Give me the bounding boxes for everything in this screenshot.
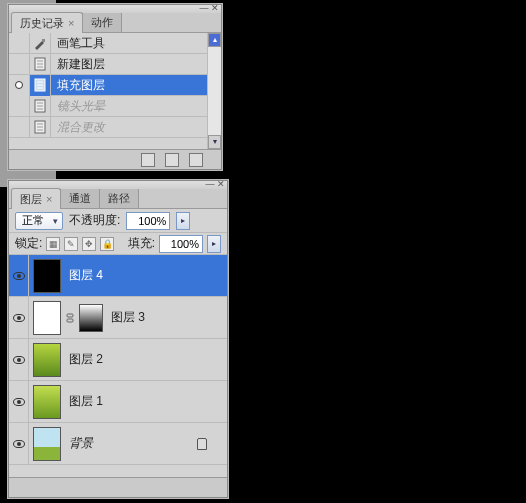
tab-history[interactable]: 历史记录× xyxy=(11,12,83,33)
fill-flyout-icon[interactable]: ▸ xyxy=(207,235,221,253)
lock-pixels-icon[interactable]: ✎ xyxy=(64,237,78,251)
layer-row[interactable]: 图层 4 xyxy=(9,255,227,297)
history-icon-slot xyxy=(30,33,51,54)
new-doc-icon[interactable] xyxy=(165,153,179,167)
history-item[interactable]: 填充图层 xyxy=(9,75,221,96)
close-icon[interactable]: × xyxy=(46,193,52,205)
visibility-toggle[interactable] xyxy=(9,339,29,381)
opacity-label: 不透明度: xyxy=(69,212,120,229)
history-item-label: 填充图层 xyxy=(51,77,105,94)
history-item-label: 画笔工具 xyxy=(51,35,105,52)
thumb-group xyxy=(29,385,65,419)
tab-layers[interactable]: 图层× xyxy=(11,188,61,209)
visibility-toggle[interactable] xyxy=(9,297,29,339)
link-icon[interactable] xyxy=(65,311,75,325)
layer-thumbnail[interactable] xyxy=(33,385,61,419)
thumb-group xyxy=(29,301,107,335)
layer-row[interactable]: 图层 2 xyxy=(9,339,227,381)
visibility-toggle[interactable] xyxy=(9,381,29,423)
thumb-group xyxy=(29,427,65,461)
history-item-label: 新建图层 xyxy=(51,56,105,73)
layer-row[interactable]: 背景 xyxy=(9,423,227,465)
layer-list: 图层 4图层 3图层 2图层 1背景 xyxy=(9,255,227,483)
history-list: 画笔工具新建图层填充图层镜头光晕混合更改 xyxy=(9,33,221,148)
lock-transparent-icon[interactable]: ▦ xyxy=(46,237,60,251)
doc-icon xyxy=(32,77,48,93)
opacity-input[interactable] xyxy=(126,212,170,230)
history-item-label: 混合更改 xyxy=(51,119,105,136)
layer-thumbnail[interactable] xyxy=(33,427,61,461)
scroll-down-icon[interactable]: ▾ xyxy=(208,135,221,149)
lock-all-icon[interactable]: 🔒 xyxy=(100,237,114,251)
eye-icon xyxy=(13,398,25,406)
layer-name-label[interactable]: 图层 2 xyxy=(65,351,103,368)
history-item[interactable]: 画笔工具 xyxy=(9,33,221,54)
opacity-flyout-icon[interactable]: ▸ xyxy=(176,212,190,230)
tab-label: 动作 xyxy=(91,16,113,28)
eye-icon xyxy=(13,272,25,280)
layers-panel: — ✕ 图层× 通道 路径 正常 不透明度: ▸ 锁定: ▦ ✎ ✥ 🔒 填充:… xyxy=(8,180,228,498)
tab-label: 通道 xyxy=(69,192,91,204)
fill-input[interactable] xyxy=(159,235,203,253)
history-cursor-icon xyxy=(15,81,23,89)
new-snapshot-icon[interactable] xyxy=(141,153,155,167)
tab-label: 图层 xyxy=(20,193,42,205)
history-icon-slot xyxy=(30,75,51,96)
layer-thumbnail[interactable] xyxy=(33,343,61,377)
lock-position-icon[interactable]: ✥ xyxy=(82,237,96,251)
history-marker-slot[interactable] xyxy=(9,117,30,138)
lock-label: 锁定: xyxy=(15,235,42,252)
history-item[interactable]: 镜头光晕 xyxy=(9,96,221,117)
layer-name-label[interactable]: 图层 1 xyxy=(65,393,103,410)
lock-fill-row: 锁定: ▦ ✎ ✥ 🔒 填充: ▸ xyxy=(9,233,227,255)
tab-actions[interactable]: 动作 xyxy=(82,11,122,32)
history-marker-slot[interactable] xyxy=(9,54,30,75)
scrollbar[interactable]: ▴ ▾ xyxy=(207,33,221,149)
minimize-icon[interactable]: — ✕ xyxy=(205,179,225,189)
history-marker-slot[interactable] xyxy=(9,75,30,96)
lock-icon xyxy=(197,438,207,450)
history-icon-slot xyxy=(30,117,51,138)
doc-icon xyxy=(32,119,48,135)
thumb-group xyxy=(29,259,65,293)
eye-icon xyxy=(13,356,25,364)
eye-icon xyxy=(13,314,25,322)
blend-mode-select[interactable]: 正常 xyxy=(15,212,63,230)
history-marker-slot[interactable] xyxy=(9,33,30,54)
layer-thumbnail[interactable] xyxy=(33,259,61,293)
layer-thumbnail[interactable] xyxy=(33,301,61,335)
history-item-label: 镜头光晕 xyxy=(51,98,105,115)
history-icon-slot xyxy=(30,54,51,75)
blend-opacity-row: 正常 不透明度: ▸ xyxy=(9,209,227,233)
history-item[interactable]: 混合更改 xyxy=(9,117,221,138)
minimize-icon[interactable]: — ✕ xyxy=(199,3,219,13)
svg-rect-18 xyxy=(67,319,73,322)
history-footer xyxy=(9,149,221,169)
mask-thumbnail[interactable] xyxy=(79,304,103,332)
layers-footer xyxy=(9,477,227,497)
layer-row[interactable]: 图层 3 xyxy=(9,297,227,339)
tab-paths[interactable]: 路径 xyxy=(99,187,139,208)
visibility-toggle[interactable] xyxy=(9,423,29,465)
visibility-toggle[interactable] xyxy=(9,255,29,297)
tab-label: 路径 xyxy=(108,192,130,204)
blend-mode-value: 正常 xyxy=(22,213,44,228)
thumb-group xyxy=(29,343,65,377)
layer-name-label[interactable]: 背景 xyxy=(65,435,93,452)
history-item[interactable]: 新建图层 xyxy=(9,54,221,75)
close-icon[interactable]: × xyxy=(68,17,74,29)
layers-tabs: 图层× 通道 路径 xyxy=(9,189,227,209)
svg-rect-17 xyxy=(67,314,73,317)
tab-channels[interactable]: 通道 xyxy=(60,187,100,208)
history-marker-slot[interactable] xyxy=(9,96,30,117)
layer-name-label[interactable]: 图层 3 xyxy=(107,309,145,326)
fill-label: 填充: xyxy=(128,235,155,252)
scroll-up-icon[interactable]: ▴ xyxy=(208,33,221,47)
svg-rect-0 xyxy=(42,39,45,42)
history-tabs: 历史记录× 动作 xyxy=(9,13,221,33)
layer-row[interactable]: 图层 1 xyxy=(9,381,227,423)
layer-name-label[interactable]: 图层 4 xyxy=(65,267,103,284)
brush-icon xyxy=(32,35,48,51)
trash-icon[interactable] xyxy=(189,153,203,167)
doc-icon xyxy=(32,98,48,114)
